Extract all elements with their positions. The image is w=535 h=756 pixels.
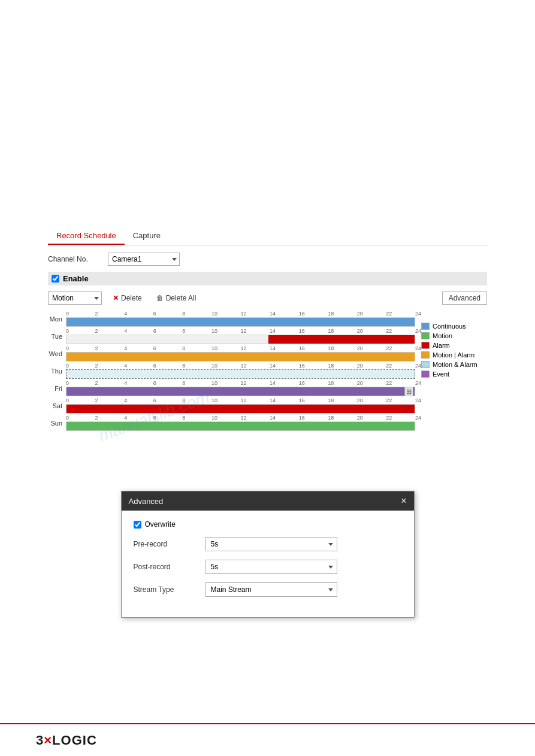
day-label-wed: Wed <box>48 350 66 357</box>
schedule-row-sat: Sat 024681012141618202224 <box>48 397 415 414</box>
post-record-row: Post-record 5s <box>134 560 402 574</box>
advanced-dialog: Advanced × Overwrite Pre-record 5s Post-… <box>121 491 415 618</box>
legend-label-motion-and-alarm: Motion & Alarm <box>433 361 477 368</box>
bar-segment-thu <box>67 370 415 378</box>
delete-button[interactable]: ✕ Delete <box>109 292 146 304</box>
pre-record-select[interactable]: 5s <box>205 537 337 551</box>
bar-segment-sat <box>67 405 415 413</box>
post-record-select[interactable]: 5s <box>205 560 337 574</box>
legend-label-event: Event <box>433 371 449 378</box>
day-label-sat: Sat <box>48 402 66 409</box>
legend-color-motion-alarm <box>421 351 430 359</box>
schedule-container: Mon 024681012141618202224 Tue 0246810121… <box>48 311 487 432</box>
dialog-title: Advanced <box>129 497 164 506</box>
dialog-close-button[interactable]: × <box>401 496 406 506</box>
legend: Continuous Motion Alarm Motion | Alarm M… <box>421 311 487 432</box>
schedule-toolbar: Motion ✕ Delete 🗑 Delete All Advanced <box>48 292 487 305</box>
legend-label-motion: Motion <box>433 332 452 339</box>
schedule-row-mon: Mon 024681012141618202224 <box>48 311 415 327</box>
dialog-body: Overwrite Pre-record 5s Post-record 5s S… <box>122 511 414 617</box>
channel-row: Channel No. Camera1 <box>48 253 487 266</box>
bar-segment-wed <box>67 353 415 361</box>
enable-checkbox[interactable] <box>52 275 59 283</box>
day-label-fri: Fri <box>48 385 66 392</box>
time-numbers-wed: 024681012141618202224 <box>66 345 415 351</box>
x-icon: ✕ <box>113 294 119 302</box>
day-label-mon: Mon <box>48 315 66 323</box>
legend-color-event <box>421 371 430 378</box>
legend-color-motion-and-alarm <box>421 361 430 368</box>
bar-segment-tue <box>268 335 415 344</box>
overwrite-label: Overwrite <box>145 520 176 529</box>
enable-row: Enable <box>48 272 487 286</box>
dialog-header: Advanced × <box>122 491 414 511</box>
bar-segment-sun <box>67 422 415 430</box>
legend-motion: Motion <box>421 332 487 339</box>
legend-event: Event <box>421 371 487 378</box>
legend-color-alarm <box>421 342 430 349</box>
tab-record-schedule[interactable]: Record Schedule <box>48 227 125 245</box>
legend-label-continuous: Continuous <box>433 323 466 330</box>
pre-record-label: Pre-record <box>134 540 200 548</box>
schedule-row-tue: Tue 024681012141618202224 <box>48 328 415 344</box>
time-bar-wed: 024681012141618202224 <box>66 345 415 362</box>
schedule-row-wed: Wed 024681012141618202224 <box>48 345 415 362</box>
bar-track-mon[interactable] <box>66 317 415 327</box>
logo-x: × <box>44 733 52 748</box>
time-numbers-tue: 024681012141618202224 <box>66 328 415 334</box>
stream-type-select[interactable]: Main Stream <box>205 582 337 597</box>
copy-icon-fri[interactable]: ⊞ <box>404 387 413 396</box>
bar-track-wed[interactable] <box>66 352 415 362</box>
time-bar-tue: 024681012141618202224 <box>66 328 415 344</box>
schedule-row-thu: Thu 024681012141618202224 <box>48 363 415 379</box>
legend-color-continuous <box>421 323 430 330</box>
time-numbers-mon: 024681012141618202224 <box>66 311 415 317</box>
schedule-row-sun: Sun 024681012141618202224 <box>48 415 415 431</box>
bar-segment-mon <box>67 318 415 326</box>
bar-track-thu[interactable] <box>66 369 415 379</box>
time-numbers-sat: 024681012141618202224 <box>66 397 415 403</box>
tabs-bar: Record Schedule Capture <box>48 227 487 245</box>
schedule-grid: Mon 024681012141618202224 Tue 0246810121… <box>48 311 415 432</box>
delete-all-button[interactable]: 🗑 Delete All <box>153 292 200 304</box>
delete-all-label: Delete All <box>166 294 197 302</box>
legend-label-motion-alarm: Motion | Alarm <box>433 351 474 359</box>
time-bar-sat: 024681012141618202224 <box>66 397 415 414</box>
schedule-row-fri: Fri 024681012141618202224 ⊞ <box>48 380 415 396</box>
bar-track-sun[interactable] <box>66 421 415 431</box>
overwrite-row: Overwrite <box>134 520 402 529</box>
legend-continuous: Continuous <box>421 323 487 330</box>
time-bar-mon: 024681012141618202224 <box>66 311 415 327</box>
legend-motion-alarm: Motion | Alarm <box>421 351 487 359</box>
bar-track-sat[interactable] <box>66 404 415 414</box>
channel-label: Channel No. <box>48 255 102 263</box>
legend-motion-and-alarm: Motion & Alarm <box>421 361 487 368</box>
time-numbers-thu: 024681012141618202224 <box>66 363 415 369</box>
pre-record-row: Pre-record 5s <box>134 537 402 551</box>
time-bar-fri: 024681012141618202224 ⊞ <box>66 380 415 396</box>
type-select[interactable]: Motion <box>48 292 102 305</box>
trash-icon: 🗑 <box>156 294 164 302</box>
footer: 3×LOGIC <box>0 723 535 756</box>
day-label-thu: Thu <box>48 368 66 375</box>
legend-color-motion <box>421 332 430 339</box>
tab-capture[interactable]: Capture <box>125 227 169 245</box>
channel-select[interactable]: Camera1 <box>108 253 180 266</box>
stream-type-label: Stream Type <box>134 585 200 594</box>
delete-label: Delete <box>121 294 142 302</box>
footer-logo: 3×LOGIC <box>36 733 97 748</box>
legend-label-alarm: Alarm <box>433 342 450 349</box>
advanced-button[interactable]: Advanced <box>442 292 487 305</box>
bar-track-tue[interactable] <box>66 335 415 344</box>
day-label-sun: Sun <box>48 420 66 427</box>
bar-track-fri[interactable]: ⊞ <box>66 387 415 396</box>
enable-label: Enable <box>63 274 89 283</box>
overwrite-checkbox[interactable] <box>134 521 141 529</box>
stream-type-row: Stream Type Main Stream <box>134 582 402 597</box>
time-numbers-sun: 024681012141618202224 <box>66 415 415 421</box>
time-bar-sun: 024681012141618202224 <box>66 415 415 431</box>
bar-segment-fri <box>67 387 415 396</box>
time-bar-thu: 024681012141618202224 <box>66 363 415 379</box>
legend-alarm: Alarm <box>421 342 487 349</box>
post-record-label: Post-record <box>134 563 200 571</box>
